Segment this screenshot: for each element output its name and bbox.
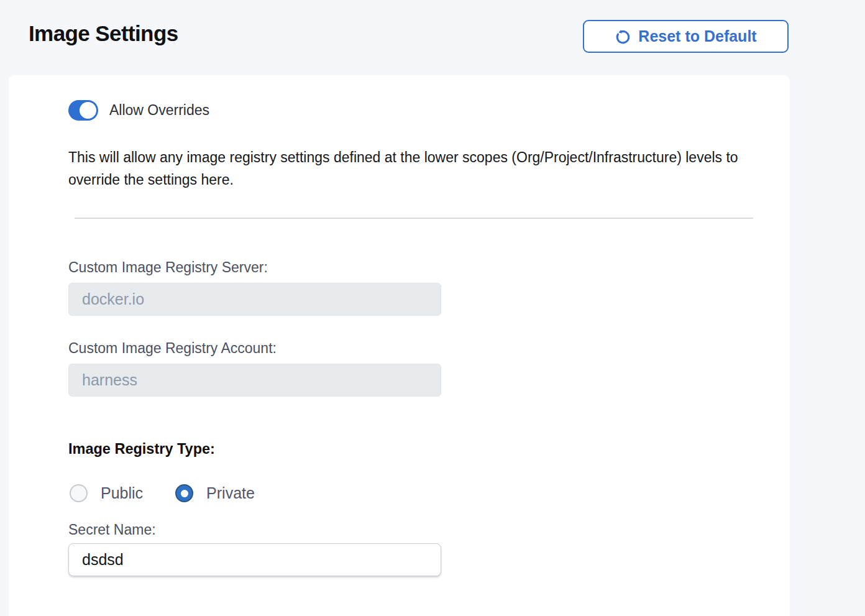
radio-option-private[interactable]: Private (175, 484, 255, 502)
allow-overrides-row: Allow Overrides (68, 100, 209, 121)
secret-name-input[interactable] (68, 543, 441, 576)
radio-label-private: Private (206, 484, 255, 502)
radio-circle-public[interactable] (70, 484, 88, 502)
image-settings-card: Allow Overrides This will allow any imag… (9, 75, 790, 616)
radio-label-public: Public (101, 484, 143, 502)
radio-circle-private[interactable] (175, 484, 193, 502)
radio-option-public[interactable]: Public (70, 484, 143, 502)
reset-button-label: Reset to Default (638, 27, 756, 45)
reset-icon (615, 28, 631, 45)
registry-account-label: Custom Image Registry Account: (68, 340, 277, 357)
secret-name-label: Secret Name: (68, 522, 156, 538)
page-title: Image Settings (29, 21, 178, 46)
registry-type-radio-group: Public Private (70, 484, 255, 502)
allow-overrides-label: Allow Overrides (109, 102, 209, 119)
reset-to-default-button[interactable]: Reset to Default (583, 20, 789, 53)
registry-account-input (68, 364, 441, 397)
allow-overrides-toggle[interactable] (68, 100, 98, 121)
registry-server-input (68, 283, 441, 316)
registry-type-label: Image Registry Type: (68, 441, 215, 457)
section-divider (75, 218, 753, 219)
overrides-description: This will allow any image registry setti… (68, 146, 764, 191)
toggle-knob (80, 102, 96, 119)
registry-server-label: Custom Image Registry Server: (68, 259, 268, 276)
